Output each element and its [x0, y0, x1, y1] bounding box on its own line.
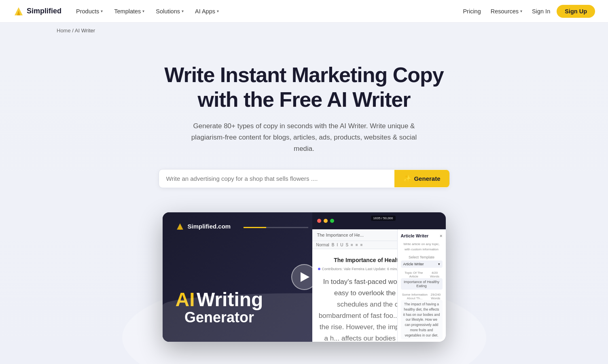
generate-button[interactable]: ✨ Generate: [394, 170, 449, 187]
video-logo: Simplified.com: [176, 222, 231, 231]
search-input[interactable]: [159, 169, 395, 188]
magic-icon: ✨: [403, 175, 411, 182]
video-logo-text: Simplified.com: [188, 223, 231, 230]
panel-title-row: Article Writer ×: [401, 233, 443, 238]
signup-button[interactable]: Sign Up: [557, 5, 595, 18]
topic-input[interactable]: Importance of Healthy Eating: [401, 278, 443, 290]
breadcrumb: Home / AI Writer: [0, 23, 608, 38]
window-minimize-dot: [324, 219, 328, 223]
template-label: Select Template: [401, 255, 443, 259]
nav-pricing[interactable]: Pricing: [463, 8, 481, 15]
nav-right: Pricing Resources ▾ Sign In Sign Up: [463, 5, 595, 18]
template-section: Select Template Article Writer ▾: [401, 255, 443, 268]
nav-resources[interactable]: Resources ▾: [487, 5, 525, 18]
topic-section: Topic Of The Article 4/20 Words Importan…: [401, 271, 443, 290]
logo-link[interactable]: Simplified: [13, 6, 61, 17]
panel-subtitle: Write article on any topic, with custom …: [401, 241, 443, 252]
chevron-down-icon: ▾: [438, 262, 440, 266]
breadcrumb-home[interactable]: Home: [57, 28, 71, 34]
info-count: 29/240 Words: [429, 293, 442, 300]
search-bar-wrapper: ✨ Generate: [8, 169, 600, 188]
chevron-down-icon: ▾: [520, 9, 522, 13]
chevron-down-icon: ▾: [142, 9, 144, 13]
breadcrumb-current: AI Writer: [75, 28, 95, 34]
curved-decoration: [163, 293, 446, 342]
editor-doc-title: The Importance of He...: [317, 233, 364, 237]
video-logo-icon: [176, 222, 184, 231]
chevron-down-icon: ▾: [182, 9, 184, 13]
nav-item-products[interactable]: Products ▾: [71, 5, 108, 18]
generate-label: Generate: [414, 175, 440, 182]
chevron-down-icon: ▾: [217, 9, 219, 13]
topic-counter-row: Topic Of The Article 4/20 Words: [401, 271, 443, 278]
video-container: Simplified.com AI Writing Generator: [163, 212, 446, 342]
navbar: Simplified Products ▾ Templates ▾ Soluti…: [0, 0, 608, 23]
nav-item-templates[interactable]: Templates ▾: [109, 5, 149, 18]
window-close-dot: [317, 219, 321, 223]
video-dark-area: Simplified.com AI Writing Generator: [163, 212, 446, 342]
video-section: Simplified.com AI Writing Generator: [8, 212, 600, 358]
play-icon: [301, 272, 309, 282]
panel-title: Article Writer: [401, 233, 429, 238]
nav-item-solutions[interactable]: Solutions ▾: [151, 5, 189, 18]
hero-section: Write Instant Marketing Copy with the Fr…: [0, 38, 608, 364]
topic-label: Topic Of The Article: [401, 271, 427, 278]
logo-icon: [13, 6, 24, 17]
template-select[interactable]: Article Writer ▾: [401, 260, 443, 268]
nav-links: Products ▾ Templates ▾ Solutions ▾ AI Ap…: [71, 5, 463, 18]
window-maximize-dot: [330, 219, 334, 223]
nav-signin[interactable]: Sign In: [532, 8, 550, 15]
panel-close-icon[interactable]: ×: [440, 233, 442, 238]
chevron-down-icon: ▾: [101, 9, 103, 13]
meta-dot: [318, 268, 320, 270]
editor-top-bar: [312, 212, 446, 229]
word-count-badge: 1635 / 50,000: [371, 216, 396, 221]
nav-item-ai-apps[interactable]: AI Apps ▾: [190, 5, 224, 18]
hero-title: Write Instant Marketing Copy with the Fr…: [150, 63, 458, 112]
progress-bar: [244, 227, 308, 228]
progress-fill: [244, 227, 266, 228]
hero-subtitle: Generate 80+ types of copy in seconds wi…: [191, 121, 417, 154]
logo-text: Simplified: [27, 7, 61, 15]
topic-count: 4/20 Words: [427, 271, 442, 278]
search-bar: ✨ Generate: [159, 169, 450, 188]
